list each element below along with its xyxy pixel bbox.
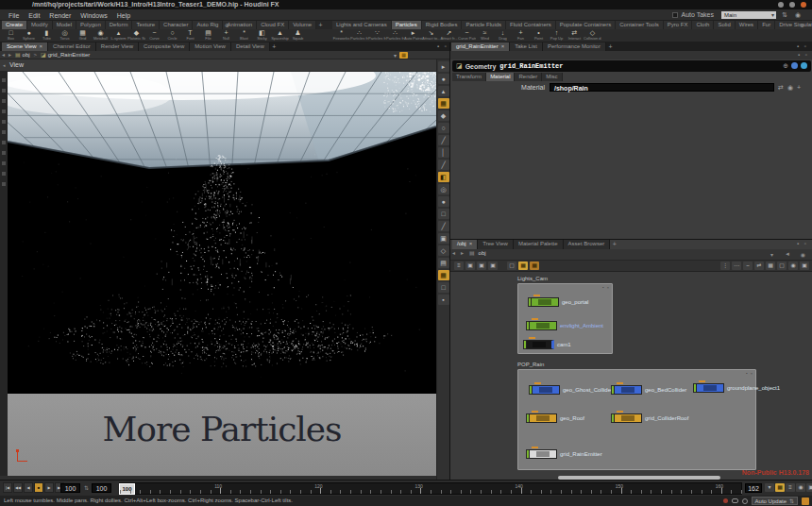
param-tab[interactable]: Misc xyxy=(542,73,562,81)
left-toolbar-icon[interactable] xyxy=(2,130,6,134)
options-icon[interactable]: ▪ xyxy=(438,295,449,305)
shelf-tool[interactable]: ▸Auto Patrol xyxy=(404,29,422,42)
network-tool-icon[interactable]: ⋮ xyxy=(720,261,730,270)
network-tool-icon[interactable]: ▣ xyxy=(800,261,809,270)
new-tab-icon[interactable]: + xyxy=(610,240,618,248)
network-box[interactable]: ▪ ×geo_Ghost_Collidergeo_BedCollidergrou… xyxy=(517,369,756,470)
pane-tab[interactable]: grid_RainEmitter× xyxy=(451,42,510,51)
end-frame-field[interactable]: 162 xyxy=(745,483,762,493)
shelf-tool[interactable]: ~Curve xyxy=(145,29,163,42)
network-tool-icon[interactable]: ≡ xyxy=(454,261,464,270)
shelf-tool[interactable]: +Fan xyxy=(512,29,530,42)
shelf-tab[interactable]: Polygon xyxy=(76,21,106,29)
node[interactable]: cam1 xyxy=(523,340,571,349)
pick-material-icon[interactable]: ◉ xyxy=(787,84,793,92)
shelf-tab[interactable]: Wires xyxy=(736,21,758,29)
node[interactable]: geo_portal xyxy=(528,297,588,307)
shelf-tab[interactable]: Texture xyxy=(132,21,160,29)
pane-tab[interactable]: Material Palette xyxy=(514,240,564,249)
shelf-tab[interactable]: Cloth xyxy=(692,21,714,29)
close-button[interactable] xyxy=(801,2,806,8)
node[interactable]: grid_RainEmitter xyxy=(526,449,602,459)
timeline-option-icon[interactable]: ▦ xyxy=(775,483,785,492)
path-dropdown-icon[interactable]: ▾ xyxy=(394,52,397,59)
shelf-tool[interactable]: ◇Collision d... xyxy=(584,29,601,42)
play-reverse-button[interactable]: ◀ xyxy=(24,482,33,493)
timeline-option-icon[interactable]: ▾ xyxy=(765,483,774,492)
snap-grid-icon[interactable]: ▦ xyxy=(438,98,449,109)
pane-tab[interactable]: Tree View xyxy=(478,240,514,249)
pane-split-icons[interactable]: ▪ ▫ xyxy=(437,43,448,49)
pane-tab[interactable]: Motion View xyxy=(190,42,231,51)
spinner-icon[interactable]: ⇅ xyxy=(782,11,787,19)
pane-tab[interactable]: Detail View xyxy=(231,42,270,51)
network-pane-icons[interactable]: ▪ ▫ xyxy=(797,241,808,246)
line-icon[interactable]: ╱ xyxy=(438,135,449,145)
menu-item[interactable]: Render xyxy=(44,12,76,19)
shelf-tool[interactable]: ▦Grid xyxy=(74,29,92,42)
shelf-tool[interactable]: +Null xyxy=(217,29,235,42)
node-name-field[interactable]: grid_RainEmitter xyxy=(499,62,563,70)
path-root[interactable]: obj xyxy=(23,52,30,58)
shelf-tool[interactable]: ↗Attract fr... xyxy=(440,29,458,42)
shelf-tab[interactable]: Pyro FX xyxy=(664,21,693,29)
network-path-value[interactable]: obj xyxy=(479,250,486,256)
shelf-tab[interactable]: Fur xyxy=(758,21,775,29)
current-frame-field[interactable]: 100 xyxy=(60,483,80,493)
shelf-tab[interactable]: Populate Containers xyxy=(556,21,616,29)
jump-start-button[interactable]: |◀ xyxy=(3,482,12,493)
node-body[interactable] xyxy=(614,385,642,395)
network-tool-icon[interactable]: ▦ xyxy=(518,261,528,270)
new-tab-icon[interactable]: + xyxy=(270,42,279,51)
update-mode-icon[interactable] xyxy=(802,498,809,505)
network-tool-icon[interactable]: ▢ xyxy=(507,261,516,270)
shelf-tab[interactable]: Particles xyxy=(392,21,422,29)
shelf-tool[interactable]: *Fireworks xyxy=(332,29,350,42)
pane-tab[interactable]: Asset Browser xyxy=(564,240,611,249)
close-icon[interactable]: × xyxy=(469,241,473,246)
prev-frame-button[interactable]: ◀◀ xyxy=(13,482,23,493)
node-body[interactable] xyxy=(696,383,724,393)
shelf-tool[interactable]: ↑Pop Up xyxy=(548,29,566,42)
shelf-tool[interactable]: ∵Particles fr... xyxy=(368,29,386,42)
shelf-tool[interactable]: ◧Sticky xyxy=(253,29,271,42)
net-target-icon[interactable]: ◉ xyxy=(801,251,807,258)
auto-takes-checkbox[interactable] xyxy=(672,12,678,18)
gem-icon[interactable]: ◇ xyxy=(438,245,449,256)
network-tool-icon[interactable]: ⋯ xyxy=(732,261,741,270)
left-toolbar-icon[interactable] xyxy=(2,151,6,155)
close-icon[interactable]: × xyxy=(501,43,505,49)
node-body[interactable] xyxy=(529,321,557,330)
network-tool-icon[interactable]: ▣ xyxy=(477,261,486,270)
pane-tab[interactable]: Composite View xyxy=(139,42,190,51)
pane-tab[interactable]: Performance Monitor xyxy=(543,42,606,51)
shelf-tab[interactable]: Model xyxy=(53,21,76,29)
takes-menu-icon[interactable]: ◉ xyxy=(795,11,801,19)
display-icon[interactable]: □ xyxy=(438,282,449,293)
shelf-tool[interactable]: ♟Squab xyxy=(289,29,307,42)
back-icon[interactable]: ◂ xyxy=(2,52,5,58)
shelf-tool[interactable]: ∴Particles fr... xyxy=(386,29,404,42)
left-toolbar-icon[interactable] xyxy=(2,161,6,165)
shelf-tab[interactable]: Lights and Cameras xyxy=(332,21,392,29)
left-toolbar-icon[interactable] xyxy=(2,120,6,124)
pane-control-icons[interactable]: ▪ ▫ xyxy=(797,43,808,49)
node-body[interactable] xyxy=(529,449,557,459)
shelf-tool[interactable]: ▲Spaceship xyxy=(271,29,289,42)
net-forward-icon[interactable]: ▸ xyxy=(461,250,464,256)
play-button[interactable]: ▶ xyxy=(44,482,54,493)
node-body[interactable] xyxy=(532,385,560,395)
network-box[interactable]: ▪ ×geo_portalenvlight_Ambientcam1 xyxy=(517,283,613,354)
close-icon[interactable]: × xyxy=(40,43,43,49)
view-grid-icon[interactable]: ▤ xyxy=(438,258,449,268)
left-toolbar-icon[interactable] xyxy=(2,89,6,93)
point-icon[interactable]: ● xyxy=(438,196,449,207)
maximize-button[interactable] xyxy=(789,2,795,8)
auto-update-select[interactable]: Auto Update ⇅ xyxy=(752,497,798,505)
shelf-tab[interactable]: Particle Fluids xyxy=(462,21,506,29)
path-flag-icon[interactable]: ▦ xyxy=(399,52,408,59)
forward-icon[interactable]: ▸ xyxy=(8,52,11,58)
menu-item[interactable]: File xyxy=(4,12,24,19)
ruler[interactable]: 100 110120130140150160 xyxy=(119,482,742,495)
node[interactable]: grid_ColliderRoof xyxy=(611,413,688,423)
